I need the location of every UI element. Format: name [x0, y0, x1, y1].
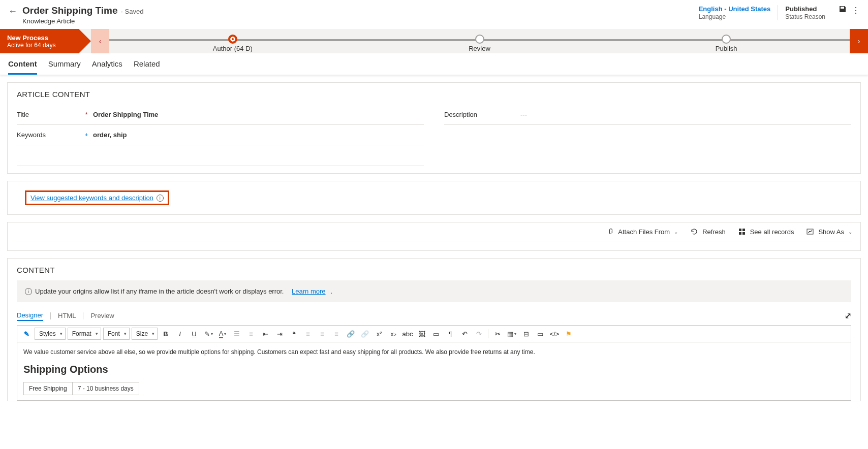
- attach-icon: [606, 228, 614, 236]
- superscript-icon[interactable]: x²: [373, 328, 385, 340]
- highlight-icon[interactable]: ✎: [202, 328, 214, 340]
- direction-icon[interactable]: ¶: [444, 328, 456, 340]
- process-nav-next[interactable]: ›: [850, 29, 868, 53]
- styles-select[interactable]: Styles: [35, 328, 66, 340]
- indent-icon[interactable]: ⇥: [273, 328, 286, 340]
- refresh-label: Refresh: [702, 228, 726, 236]
- bulleted-list-icon[interactable]: ☰: [231, 328, 243, 340]
- divider: [50, 312, 51, 319]
- process-bar: New Process Active for 64 days ‹ Author …: [0, 29, 868, 53]
- show-as-icon: [806, 228, 814, 236]
- save-icon[interactable]: [839, 5, 847, 15]
- blockquote-icon[interactable]: ❝: [288, 328, 300, 340]
- bold-icon[interactable]: B: [160, 328, 172, 340]
- stage-publish[interactable]: Publish: [603, 31, 850, 53]
- attach-files-button[interactable]: Attach Files From ⌄: [606, 228, 678, 236]
- tab-content[interactable]: Content: [8, 59, 37, 75]
- stage-label: Review: [356, 45, 603, 52]
- field-label: Keywords: [17, 131, 83, 139]
- undo-icon[interactable]: ↶: [458, 328, 471, 340]
- chevron-down-icon: ⌄: [848, 229, 852, 235]
- status-meta[interactable]: Published Status Reason: [778, 5, 832, 20]
- record-title: Order Shipping Time: [22, 5, 118, 16]
- align-right-icon[interactable]: ≡: [330, 328, 343, 340]
- align-center-icon[interactable]: ≡: [316, 328, 328, 340]
- info-icon: i: [25, 288, 32, 295]
- numbered-list-icon[interactable]: ≡: [245, 328, 257, 340]
- table-cell[interactable]: 7 - 10 business days: [72, 382, 139, 395]
- back-arrow-icon[interactable]: ←: [8, 6, 17, 17]
- suggest-highlight: View suggested keywords and description …: [25, 190, 169, 205]
- show-as-button[interactable]: Show As ⌄: [806, 228, 852, 236]
- underline-icon[interactable]: U: [188, 328, 200, 340]
- format-painter-icon[interactable]: ✎: [20, 328, 33, 340]
- see-all-records-button[interactable]: See all records: [738, 228, 794, 236]
- see-all-label: See all records: [750, 228, 794, 236]
- shipping-table[interactable]: Free Shipping 7 - 10 business days: [23, 382, 139, 395]
- process-stages: Author (64 D) Review Publish: [109, 29, 850, 53]
- field-keywords[interactable]: Keywords + order, ship: [17, 125, 424, 145]
- subscript-icon[interactable]: x₂: [387, 328, 399, 340]
- tab-related[interactable]: Related: [134, 59, 160, 75]
- clear-format-icon[interactable]: ✂: [491, 328, 504, 340]
- font-color-icon[interactable]: A: [216, 328, 229, 340]
- language-meta[interactable]: English - United States Language: [692, 5, 778, 20]
- article-content-section: ARTICLE CONTENT Title * Order Shipping T…: [7, 82, 861, 174]
- info-banner: i Update your origins allow list if any …: [17, 280, 851, 302]
- process-info[interactable]: New Process Active for 64 days: [0, 29, 79, 53]
- stage-author[interactable]: Author (64 D): [109, 31, 356, 53]
- expand-icon[interactable]: ⤢: [845, 311, 851, 320]
- stage-review[interactable]: Review: [356, 31, 603, 53]
- flag-icon[interactable]: ⚑: [563, 328, 575, 340]
- image-icon[interactable]: 🖼: [416, 328, 428, 340]
- field-value[interactable]: order, ship: [90, 131, 424, 139]
- chevron-down-icon: ⌄: [674, 229, 678, 235]
- unlink-icon[interactable]: 🔗: [359, 328, 371, 340]
- field-label: Description: [444, 111, 510, 118]
- editor-tab-preview[interactable]: Preview: [90, 311, 114, 320]
- editor-toolbar: ✎ Styles Format Font Size B I U ✎ A ☰ ≡ …: [17, 326, 851, 342]
- field-value[interactable]: Order Shipping Time: [90, 111, 424, 118]
- code-icon[interactable]: </>: [548, 328, 561, 340]
- editor-body[interactable]: We value customer service above all else…: [17, 342, 851, 400]
- size-select[interactable]: Size: [132, 328, 158, 340]
- font-select[interactable]: Font: [103, 328, 130, 340]
- learn-more-link[interactable]: Learn more: [292, 287, 325, 295]
- header-right: English - United States Language Publish…: [692, 5, 860, 20]
- info-icon[interactable]: i: [157, 195, 164, 202]
- italic-icon[interactable]: I: [174, 328, 186, 340]
- view-suggested-link[interactable]: View suggested keywords and description: [30, 194, 153, 202]
- body-heading[interactable]: Shipping Options: [23, 362, 845, 377]
- stage-label: Author (64 D): [109, 45, 356, 52]
- stage-node-icon: [475, 35, 484, 44]
- collapse-icon[interactable]: ⊟: [520, 328, 532, 340]
- editor-tab-designer[interactable]: Designer: [17, 310, 43, 321]
- process-nav-prev[interactable]: ‹: [91, 29, 109, 53]
- body-paragraph[interactable]: We value customer service above all else…: [23, 347, 845, 357]
- divider: [17, 166, 424, 166]
- redo-icon[interactable]: ↷: [473, 328, 485, 340]
- outdent-icon[interactable]: ⇤: [259, 328, 271, 340]
- language-value[interactable]: English - United States: [699, 5, 771, 13]
- iframe-icon[interactable]: ▭: [430, 328, 442, 340]
- align-left-icon[interactable]: ≡: [302, 328, 314, 340]
- table-cell[interactable]: Free Shipping: [24, 382, 73, 395]
- link-icon[interactable]: 🔗: [345, 328, 357, 340]
- tab-summary[interactable]: Summary: [48, 59, 81, 75]
- more-vertical-icon[interactable]: ⋮: [852, 6, 860, 15]
- field-value[interactable]: ---: [517, 111, 851, 118]
- format-select[interactable]: Format: [68, 328, 101, 340]
- field-description[interactable]: Description ---: [444, 105, 851, 125]
- language-label: Language: [699, 13, 771, 20]
- field-title[interactable]: Title * Order Shipping Time: [17, 105, 424, 125]
- table-row: Free Shipping 7 - 10 business days: [24, 382, 139, 395]
- embed-icon[interactable]: ▭: [534, 328, 546, 340]
- refresh-button[interactable]: Refresh: [690, 228, 726, 236]
- strikethrough-icon[interactable]: abc: [401, 328, 414, 340]
- tab-analytics[interactable]: Analytics: [92, 59, 122, 75]
- main-content: ARTICLE CONTENT Title * Order Shipping T…: [0, 75, 868, 401]
- editor-tab-html[interactable]: HTML: [58, 311, 76, 320]
- field-label: Title: [17, 111, 83, 118]
- table-icon[interactable]: ▦: [506, 328, 518, 340]
- recommended-indicator-icon: +: [83, 132, 90, 138]
